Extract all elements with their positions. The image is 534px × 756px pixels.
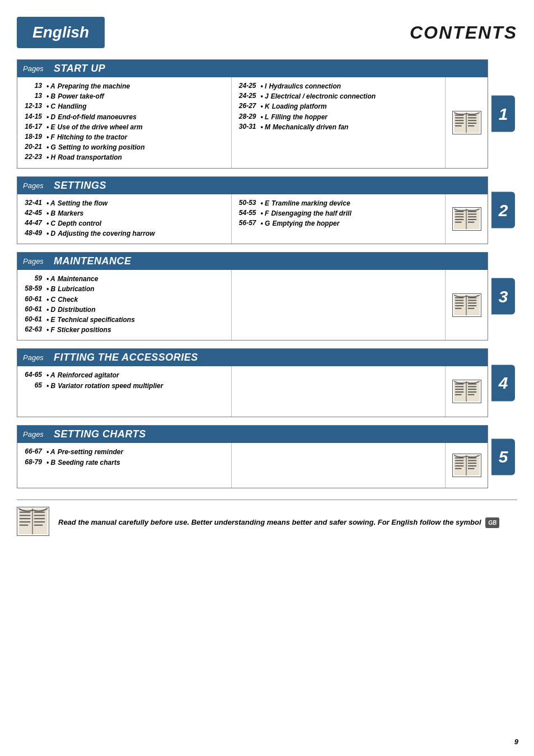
list-item: 22-23 • HRoad transportation (23, 153, 226, 162)
startup-right-col: 24-25 • IHydraulics connection 24-25 • J… (232, 77, 446, 168)
svg-rect-30 (455, 308, 461, 309)
svg-rect-25 (466, 295, 467, 315)
tab-1: 1 (491, 96, 515, 132)
startup-left-col: 13 • APreparing the machine 13 • BPower … (17, 77, 232, 168)
svg-rect-65 (20, 521, 30, 522)
svg-rect-23 (467, 222, 474, 223)
svg-rect-58 (467, 465, 476, 466)
section-charts-inner: Pages SETTING CHARTS 66-67 • APre-settin… (17, 425, 488, 488)
list-item: 20-21 • GSetting to working position (23, 143, 226, 152)
svg-rect-5 (455, 123, 463, 124)
maintenance-header: Pages MAINTENANCE (17, 253, 488, 270)
list-item: 66-67 • APre-setting reminder (23, 447, 226, 456)
fitting-pages-label: Pages (23, 353, 54, 362)
svg-rect-67 (34, 512, 45, 513)
section-settings: Pages SETTINGS 32-41 • ASetting the flow… (17, 176, 488, 245)
svg-rect-10 (467, 123, 476, 124)
svg-rect-42 (455, 394, 461, 395)
svg-rect-3 (455, 117, 463, 118)
section-charts: Pages SETTING CHARTS 66-67 • APre-settin… (17, 425, 488, 488)
list-item: 18-19 • FHitching to the tractor (23, 133, 226, 142)
fitting-body: 64-65 • AReinforced agitator 65 • BVaria… (17, 366, 488, 417)
list-item: 28-29 • LFilling the hopper (237, 113, 440, 122)
list-item: 60-61 • ETechnical specifications (23, 315, 226, 324)
fitting-left-col: 64-65 • AReinforced agitator 65 • BVaria… (17, 366, 232, 417)
svg-rect-32 (467, 300, 476, 301)
section-startup-inner: Pages START UP 13 • APreparing the machi… (17, 59, 488, 169)
maintenance-icon-col (446, 270, 488, 340)
section-startup: Pages START UP 13 • APreparing the machi… (17, 59, 488, 169)
charts-right-col (232, 443, 446, 488)
list-item: 13 • BPower take-off (23, 92, 226, 101)
svg-rect-40 (455, 389, 463, 390)
svg-rect-63 (20, 515, 30, 516)
list-item: 16-17 • EUse of the drive wheel arm (23, 123, 226, 132)
svg-rect-47 (467, 394, 474, 395)
section-fitting-inner: Pages FITTING THE ACCESSORIES 64-65 • AR… (17, 348, 488, 417)
svg-rect-62 (20, 512, 30, 513)
startup-header: Pages START UP (17, 60, 488, 77)
svg-rect-29 (455, 305, 463, 306)
charts-left-col: 66-67 • APre-setting reminder 68-79 • BS… (17, 443, 232, 488)
list-item: 62-63 • FSticker positions (23, 325, 226, 334)
list-item: 60-61 • DDistribution (23, 305, 226, 314)
contents-label: CONTENTS (410, 22, 517, 43)
list-item: 65 • BVariator rotation speed multiplier (23, 381, 226, 390)
svg-rect-8 (467, 117, 476, 118)
svg-rect-66 (20, 525, 28, 526)
list-item: 59 • AMaintenance (23, 274, 226, 283)
list-item: 24-25 • IHydraulics connection (237, 82, 440, 91)
svg-rect-34 (467, 305, 476, 306)
fitting-title: FITTING THE ACCESSORIES (54, 352, 198, 363)
list-item: 60-61 • CCheck (23, 295, 226, 304)
svg-rect-52 (455, 463, 463, 464)
fitting-header: Pages FITTING THE ACCESSORIES (17, 349, 488, 366)
settings-body: 32-41 • ASetting the flow 42-45 • BMarke… (17, 194, 488, 244)
section-maintenance-inner: Pages MAINTENANCE 59 • AMaintenance 58-5… (17, 252, 488, 340)
section-maintenance: Pages MAINTENANCE 59 • AMaintenance 58-5… (17, 252, 488, 340)
gb-badge: GB (485, 517, 499, 528)
svg-rect-57 (467, 463, 476, 464)
svg-rect-17 (455, 219, 463, 220)
list-item: 13 • APreparing the machine (23, 82, 226, 91)
list-item: 44-47 • CDepth control (23, 219, 226, 228)
svg-rect-35 (467, 308, 474, 309)
page-header: English CONTENTS (17, 17, 517, 48)
manual-icon-4 (452, 380, 481, 403)
list-item: 50-53 • ETramline marking device (237, 199, 440, 208)
charts-header: Pages SETTING CHARTS (17, 426, 488, 443)
fitting-right-col (232, 366, 446, 417)
startup-body: 13 • APreparing the machine 13 • BPower … (17, 77, 488, 168)
list-item: 68-79 • BSeeding rate charts (23, 458, 226, 467)
svg-rect-46 (467, 391, 476, 393)
svg-rect-53 (455, 465, 463, 466)
svg-rect-9 (467, 120, 476, 121)
startup-icon-col (446, 77, 488, 168)
svg-rect-71 (34, 525, 43, 526)
svg-rect-70 (34, 521, 45, 522)
charts-pages-label: Pages (23, 430, 54, 438)
svg-rect-45 (467, 389, 476, 390)
svg-rect-16 (455, 216, 463, 217)
maintenance-right-col (232, 270, 446, 340)
list-item: 58-59 • BLubrication (23, 284, 226, 293)
settings-icon-col (446, 194, 488, 244)
list-item: 64-65 • AReinforced agitator (23, 371, 226, 380)
svg-rect-69 (34, 519, 45, 520)
svg-rect-28 (455, 302, 463, 304)
svg-rect-44 (467, 386, 476, 388)
svg-rect-11 (467, 125, 474, 127)
svg-rect-13 (466, 209, 467, 229)
footer-manual-icon (17, 507, 49, 536)
list-item: 30-31 • MMechanically driven fan (237, 123, 440, 132)
footer-icon (17, 507, 49, 538)
svg-rect-4 (455, 120, 463, 121)
sections-container: Pages START UP 13 • APreparing the machi… (17, 59, 488, 488)
manual-icon-2 (452, 207, 481, 231)
page: English CONTENTS Pages START UP 13 • APr (0, 0, 534, 756)
manual-icon (452, 111, 481, 134)
svg-rect-59 (467, 468, 474, 469)
list-item: 26-27 • KLoading platform (237, 102, 440, 111)
maintenance-pages-label: Pages (23, 257, 54, 265)
maintenance-left-col: 59 • AMaintenance 58-59 • BLubrication 6… (17, 270, 232, 340)
